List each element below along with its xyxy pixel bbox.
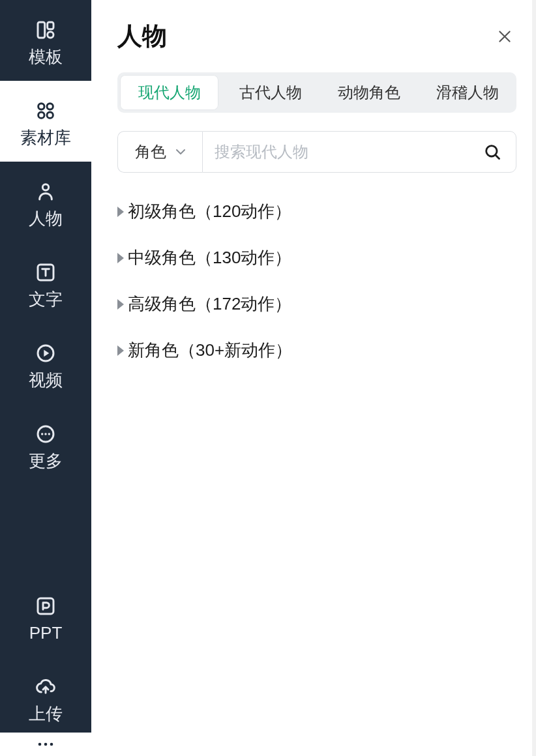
triangle-right-icon xyxy=(117,345,124,356)
tab-animal[interactable]: 动物角色 xyxy=(320,72,418,113)
svg-point-15 xyxy=(38,743,42,746)
category-label: 新角色（30+新动作） xyxy=(128,339,292,362)
sidebar-item-label: 文字 xyxy=(29,291,63,308)
search-icon xyxy=(483,143,501,161)
sidebar-gap xyxy=(0,485,91,576)
svg-point-3 xyxy=(38,104,44,109)
sidebar-item-label: 视频 xyxy=(29,371,63,388)
panel-header: 人物 xyxy=(117,20,516,53)
sidebar-item-label: PPT xyxy=(29,624,63,641)
sidebar-item-character[interactable]: 人物 xyxy=(0,162,91,242)
sidebar-item-template[interactable]: 模板 xyxy=(0,0,91,81)
svg-point-13 xyxy=(48,433,50,435)
sidebar: 模板 素材库 人物 文字 xyxy=(0,0,91,756)
category-list: 初级角色（120动作） 中级角色（130动作） 高级角色（172动作） 新角色（… xyxy=(117,196,516,362)
sidebar-item-ppt[interactable]: PPT xyxy=(0,576,91,657)
svg-rect-0 xyxy=(38,22,45,38)
ppt-icon xyxy=(34,594,57,618)
text-icon xyxy=(34,261,57,284)
template-icon xyxy=(34,18,57,42)
close-button[interactable] xyxy=(493,25,516,48)
chevron-down-icon xyxy=(175,149,186,155)
panel-scroll-track[interactable] xyxy=(532,0,536,756)
svg-point-6 xyxy=(47,112,53,118)
category-label: 高级角色（172动作） xyxy=(128,293,291,315)
search-input[interactable] xyxy=(215,143,481,161)
svg-point-5 xyxy=(38,112,44,118)
panel-characters: 人物 现代人物 古代人物 动物角色 滑稽人物 角色 初级角 xyxy=(91,0,536,756)
sidebar-item-text[interactable]: 文字 xyxy=(0,242,91,323)
sidebar-overflow[interactable] xyxy=(0,733,91,756)
filter-dropdown[interactable]: 角色 xyxy=(117,131,202,173)
tab-label: 滑稽人物 xyxy=(436,82,499,103)
search-box xyxy=(202,131,516,173)
sidebar-item-label: 素材库 xyxy=(20,129,71,146)
sidebar-item-label: 模板 xyxy=(29,48,63,65)
svg-point-2 xyxy=(48,32,53,38)
svg-rect-1 xyxy=(48,22,53,29)
tab-label: 现代人物 xyxy=(138,82,201,103)
search-row: 角色 xyxy=(117,131,516,173)
sidebar-item-assets[interactable]: 素材库 xyxy=(0,81,91,162)
svg-point-7 xyxy=(42,184,48,190)
tab-modern[interactable]: 现代人物 xyxy=(120,75,218,110)
assets-icon xyxy=(34,99,57,123)
svg-point-11 xyxy=(41,433,43,435)
filter-label: 角色 xyxy=(135,141,166,162)
tab-label: 古代人物 xyxy=(239,82,302,103)
character-icon xyxy=(34,180,57,203)
sidebar-item-upload[interactable]: 上传 xyxy=(0,657,91,738)
svg-point-17 xyxy=(50,743,53,746)
triangle-right-icon xyxy=(117,207,124,217)
sidebar-item-label: 更多 xyxy=(29,452,63,469)
svg-point-12 xyxy=(44,433,46,435)
triangle-right-icon xyxy=(117,299,124,310)
search-button[interactable] xyxy=(481,140,504,164)
category-label: 中级角色（130动作） xyxy=(128,246,291,269)
tab-funny[interactable]: 滑稽人物 xyxy=(418,72,516,113)
sidebar-item-label: 人物 xyxy=(29,210,63,227)
category-beginner[interactable]: 初级角色（120动作） xyxy=(117,200,516,223)
svg-point-16 xyxy=(44,743,48,746)
more-icon xyxy=(34,422,57,446)
category-intermediate[interactable]: 中级角色（130动作） xyxy=(117,246,516,269)
video-icon xyxy=(34,342,57,365)
svg-rect-14 xyxy=(38,598,53,614)
tab-label: 动物角色 xyxy=(338,82,400,103)
panel-title: 人物 xyxy=(117,20,167,53)
sidebar-item-label: 上传 xyxy=(29,705,63,722)
svg-point-4 xyxy=(47,104,53,109)
category-new[interactable]: 新角色（30+新动作） xyxy=(117,339,516,362)
character-tabs: 现代人物 古代人物 动物角色 滑稽人物 xyxy=(117,72,516,113)
sidebar-item-more[interactable]: 更多 xyxy=(0,404,91,485)
category-advanced[interactable]: 高级角色（172动作） xyxy=(117,293,516,315)
triangle-right-icon xyxy=(117,253,124,263)
sidebar-item-video[interactable]: 视频 xyxy=(0,323,91,404)
upload-icon xyxy=(34,675,57,699)
tab-ancient[interactable]: 古代人物 xyxy=(221,72,320,113)
category-label: 初级角色（120动作） xyxy=(128,200,291,223)
